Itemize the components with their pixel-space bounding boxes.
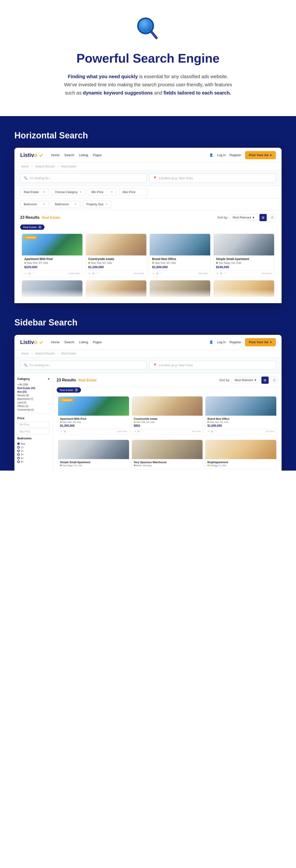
- remove-tag-button[interactable]: ×: [38, 225, 42, 229]
- sidebar-category-item[interactable]: Apartments (7): [17, 397, 50, 401]
- property-size-filter[interactable]: Property Size ▼: [83, 201, 111, 208]
- sidebar-share-icon[interactable]: ↗: [207, 430, 210, 433]
- sidebar-register[interactable]: Register: [230, 340, 241, 344]
- bedroom-option[interactable]: 3+: [17, 453, 50, 457]
- sidebar-grid-view[interactable]: ⊞: [261, 377, 269, 384]
- list-view-button[interactable]: ☰: [269, 214, 276, 221]
- property-card[interactable]: Featured Apartment With Pool New York, N…: [22, 234, 83, 277]
- favorite-icon[interactable]: ♡: [160, 272, 163, 275]
- compare-icon[interactable]: ⊞: [220, 272, 222, 275]
- nav-listing[interactable]: Listing: [79, 153, 88, 157]
- partial-overlay: [86, 289, 146, 297]
- favorite-icon[interactable]: ♡: [32, 272, 35, 275]
- radio-button[interactable]: [17, 446, 20, 448]
- sidebar-nav-search[interactable]: Search: [64, 340, 74, 344]
- property-card[interactable]: Simple Small Apartment San Diego, CA, US…: [213, 234, 274, 277]
- compare-icon[interactable]: ⊞: [28, 272, 30, 275]
- category-arrow: ▼: [43, 191, 46, 193]
- sidebar-compare-icon[interactable]: ⊞: [64, 430, 66, 433]
- sidebar-partial-card[interactable]: Very Spacious Warehouse Berlin, Germany: [132, 440, 203, 469]
- share-icon[interactable]: ↗: [216, 272, 218, 275]
- sidebar-share-icon[interactable]: ↗: [60, 430, 62, 433]
- grid-view-button[interactable]: ⊞: [260, 214, 267, 221]
- compare-icon[interactable]: ⊞: [92, 272, 95, 275]
- cat-realestate[interactable]: Real Estate (33): [17, 386, 50, 390]
- sidebar-remove-tag[interactable]: ×: [75, 388, 78, 392]
- sidebar-category-item[interactable]: Offices (3): [17, 404, 50, 408]
- sidebar-property-card[interactable]: Featured Apartment With Pool New York, N…: [58, 396, 129, 435]
- partial-card: [150, 280, 211, 297]
- location-dot: [88, 262, 90, 264]
- login-link[interactable]: Log In: [217, 153, 225, 157]
- sidebar-compare-icon[interactable]: ⊞: [137, 430, 140, 433]
- sidebar-post-ad-button[interactable]: Post Your Ad +: [245, 338, 276, 346]
- radio-button[interactable]: [17, 461, 20, 463]
- favorite-icon[interactable]: ♡: [224, 272, 226, 275]
- radio-button[interactable]: [17, 442, 20, 445]
- cat-all[interactable]: + All (189): [17, 383, 50, 386]
- sidebar-category-item[interactable]: Land (3): [17, 401, 50, 404]
- sb-breadcrumb-search[interactable]: Search Results: [35, 352, 55, 355]
- sidebar-share-icon[interactable]: ↗: [134, 430, 136, 433]
- sidebar-login[interactable]: Log In: [217, 340, 225, 344]
- sort-select[interactable]: Most Relevant ▼: [230, 214, 258, 221]
- share-icon[interactable]: ↗: [24, 272, 26, 275]
- bedroom-option[interactable]: 2+: [17, 449, 50, 453]
- compare-icon[interactable]: ⊞: [156, 272, 158, 275]
- sidebar-nav-pages[interactable]: Pages: [93, 340, 102, 344]
- sidebar-search-input[interactable]: 🔍 I'm looking for...: [20, 361, 146, 370]
- search-input[interactable]: 🔍 I'm looking for...: [20, 174, 146, 183]
- bedroom-option[interactable]: 5+: [17, 460, 50, 464]
- breadcrumb-home[interactable]: Home: [21, 165, 29, 168]
- bathrooms-filter[interactable]: Bathrooms ▼: [51, 201, 80, 208]
- post-ad-button[interactable]: Post Your Ad +: [245, 151, 276, 159]
- min-price-input[interactable]: Min Price: [17, 422, 50, 427]
- sidebar-favorite-icon[interactable]: ♡: [215, 430, 217, 433]
- radio-button[interactable]: [17, 450, 20, 452]
- bedroom-option[interactable]: Any: [17, 442, 50, 446]
- max-price-input[interactable]: Max Price: [17, 429, 50, 434]
- sidebar-category-item[interactable]: Houses (8): [17, 394, 50, 397]
- sidebar-main-content: 23 Results Real Estate Sort by: Most Rel…: [53, 373, 281, 471]
- share-icon[interactable]: ↗: [88, 272, 90, 275]
- sidebar-property-card[interactable]: Brand New Office New York, NY, USA $1,60…: [205, 396, 276, 435]
- max-price-filter[interactable]: Max Price: [119, 188, 148, 196]
- sb-breadcrumb-home[interactable]: Home: [21, 352, 29, 355]
- favorite-icon[interactable]: ♡: [96, 272, 99, 275]
- sidebar-active-tag: Real Estate ×: [57, 388, 81, 393]
- choose-category-filter[interactable]: Choose Category ▼: [51, 188, 85, 196]
- sidebar-location-input[interactable]: 📍 Location (e.g. New York): [150, 361, 276, 370]
- bedrooms-filter[interactable]: Bedrooms ▼: [20, 201, 49, 208]
- sidebar-category-item[interactable]: Commercial (2): [17, 408, 50, 411]
- nav-search[interactable]: Search: [64, 153, 74, 157]
- nav-pages[interactable]: Pages: [93, 153, 102, 157]
- sidebar-category-item[interactable]: Any (21): [17, 390, 50, 394]
- partial-card: [22, 280, 83, 297]
- sort-arrow: ▼: [252, 216, 255, 219]
- sidebar-partial-card[interactable]: Brightapartment Chicago, IL, USA: [205, 440, 276, 469]
- sidebar-favorite-icon[interactable]: ♡: [141, 430, 143, 433]
- breadcrumb-search[interactable]: Search Results: [35, 165, 55, 168]
- share-icon[interactable]: ↗: [152, 272, 154, 275]
- category-expand-icon[interactable]: +: [48, 377, 50, 381]
- sidebar-nav-listing[interactable]: Listing: [79, 340, 88, 344]
- sidebar-partial-card[interactable]: Simple Small Apartment San Diego, CA, US…: [58, 440, 129, 469]
- sidebar-sort-select[interactable]: Most Relevant ▼: [232, 377, 260, 383]
- location-input[interactable]: 📍 Location (e.g. New York): [150, 174, 276, 183]
- bedroom-option[interactable]: 1+: [17, 446, 50, 449]
- bedroom-option[interactable]: 4+: [17, 457, 50, 460]
- nav-home[interactable]: Home: [51, 153, 60, 157]
- sidebar-compare-icon[interactable]: ⊞: [211, 430, 213, 433]
- category-filter[interactable]: Real Estate ▼: [20, 188, 49, 196]
- card-price: $1,600,000: [152, 265, 208, 269]
- sidebar-property-card[interactable]: Countryside estate New York, NY, USA $90…: [132, 396, 203, 435]
- property-card[interactable]: Countryside estate New York, NY, USA $1,…: [85, 234, 146, 277]
- min-price-filter[interactable]: Min Price ▼: [88, 188, 116, 196]
- property-card[interactable]: Brand New Office New York, NY, USA $1,60…: [150, 234, 211, 277]
- register-link[interactable]: Register: [230, 153, 241, 157]
- radio-button[interactable]: [17, 453, 20, 456]
- sidebar-nav-home[interactable]: Home: [51, 340, 60, 344]
- sidebar-favorite-icon[interactable]: ♡: [67, 430, 70, 433]
- sidebar-list-view[interactable]: ☰: [271, 377, 278, 384]
- radio-button[interactable]: [17, 457, 20, 459]
